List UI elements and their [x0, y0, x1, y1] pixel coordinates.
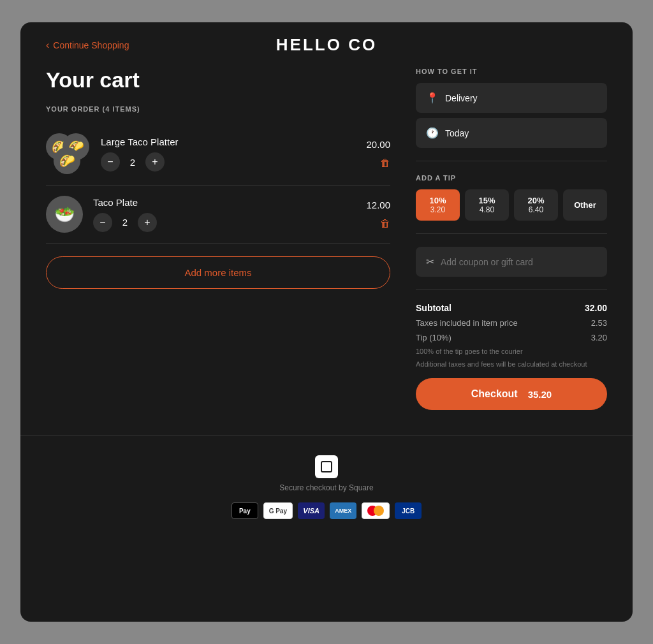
item-2-qty: 2: [120, 217, 130, 228]
tip-20-percent: 20%: [518, 196, 554, 205]
delivery-option[interactable]: 📍 Delivery: [416, 83, 607, 113]
back-chevron-icon: ‹: [46, 40, 49, 51]
how-to-get-it-label: HOW TO GET IT: [416, 68, 607, 75]
item-1-details: Large Taco Platter − 2 +: [101, 136, 356, 172]
header: ‹ Continue Shopping HELLO CO: [20, 22, 633, 68]
item-1-img-c: 🌮: [54, 147, 80, 174]
coupon-input-wrap[interactable]: ✂: [416, 247, 607, 277]
checkout-label: Checkout: [471, 388, 518, 400]
item-1-name: Large Taco Platter: [101, 136, 356, 147]
add-more-button[interactable]: Add more items: [46, 256, 390, 289]
taxes-label: Taxes included in item price: [416, 318, 518, 328]
tip-options: 10% 3.20 15% 4.80 20% 6.40 Other: [416, 189, 607, 221]
tip-other-label: Other: [567, 200, 603, 210]
right-panel: HOW TO GET IT 📍 Delivery 🕐 Today ADD A T…: [416, 68, 607, 410]
time-option[interactable]: 🕐 Today: [416, 118, 607, 148]
item-1-price: 20.00: [366, 139, 390, 150]
subtotal-value: 32.00: [585, 303, 607, 313]
square-logo: [315, 455, 338, 478]
payment-icons: Pay G Pay VISA AMEX JCB: [46, 502, 607, 519]
item-1-images: 🌮 🌮 🌮: [46, 133, 91, 175]
item-1-qty: 2: [128, 157, 138, 168]
tip-10-amount: 3.20: [420, 205, 456, 214]
main-content: Your cart YOUR ORDER (4 ITEMS) 🌮 🌮 🌮 Lar…: [20, 68, 633, 435]
taxes-row: Taxes included in item price 2.53: [416, 318, 607, 328]
tip-15-amount: 4.80: [469, 205, 505, 214]
page-title: Your cart: [46, 68, 390, 92]
cart-item-1: 🌮 🌮 🌮 Large Taco Platter − 2 + 20.00 🗑: [46, 123, 390, 186]
divider-2: [416, 233, 607, 234]
app-container: ‹ Continue Shopping HELLO CO Your cart Y…: [20, 22, 633, 622]
secure-text: Secure checkout by Square: [46, 483, 607, 492]
tip-20-amount: 6.40: [518, 205, 554, 214]
tip-row-value: 3.20: [591, 333, 607, 342]
jcb-icon: JCB: [395, 502, 422, 519]
subtotal-label: Subtotal: [416, 303, 451, 313]
item-2-decrease[interactable]: −: [93, 213, 112, 232]
clock-icon: 🕐: [426, 127, 439, 139]
tip-10-percent: 10%: [420, 196, 456, 205]
order-header: YOUR ORDER (4 ITEMS): [46, 105, 390, 113]
item-2-price: 12.00: [366, 200, 390, 210]
item-2-details: Taco Plate − 2 +: [93, 197, 356, 232]
item-1-decrease[interactable]: −: [101, 152, 120, 172]
coupon-input[interactable]: [441, 257, 597, 267]
divider-3: [416, 289, 607, 290]
tip-btn-15[interactable]: 15% 4.80: [465, 189, 509, 221]
tip-note: 100% of the tip goes to the courier: [416, 348, 607, 355]
tip-btn-20[interactable]: 20% 6.40: [514, 189, 558, 221]
google-pay-icon: G Pay: [263, 502, 293, 519]
visa-icon: VISA: [298, 502, 325, 519]
item-1-right: 20.00 🗑: [366, 139, 390, 169]
tip-row-label: Tip (10%): [416, 333, 451, 342]
item-2-delete[interactable]: 🗑: [380, 218, 390, 230]
mastercard-icon: [362, 502, 390, 519]
item-2-image: 🥗: [46, 196, 83, 233]
delivery-icon: 📍: [426, 92, 439, 104]
item-2-name: Taco Plate: [93, 197, 356, 208]
checkout-button[interactable]: Checkout 35.20: [416, 378, 607, 410]
today-label: Today: [445, 128, 469, 138]
back-link-label: Continue Shopping: [53, 40, 129, 50]
tax-note: Additional taxes and fees will be calcul…: [416, 360, 607, 368]
back-link[interactable]: ‹ Continue Shopping: [46, 40, 129, 51]
left-panel: Your cart YOUR ORDER (4 ITEMS) 🌮 🌮 🌮 Lar…: [46, 68, 390, 410]
brand-title: HELLO CO: [276, 35, 377, 55]
item-1-controls: − 2 +: [101, 152, 356, 172]
delivery-label: Delivery: [445, 93, 478, 103]
tip-section-label: ADD A TIP: [416, 174, 607, 182]
item-2-controls: − 2 +: [93, 213, 356, 232]
subtotal-row: Subtotal 32.00: [416, 303, 607, 313]
tip-row: Tip (10%) 3.20: [416, 333, 607, 342]
footer: Secure checkout by Square Pay G Pay VISA…: [20, 435, 633, 538]
item-2-increase[interactable]: +: [138, 213, 157, 232]
checkout-total: 35.20: [528, 389, 552, 400]
item-2-right: 12.00 🗑: [366, 200, 390, 230]
taxes-value: 2.53: [591, 318, 607, 328]
tip-btn-other[interactable]: Other: [563, 189, 607, 221]
apple-pay-icon: Pay: [231, 502, 258, 519]
cart-item-2: 🥗 Taco Plate − 2 + 12.00 🗑: [46, 186, 390, 244]
divider-1: [416, 161, 607, 161]
tip-15-percent: 15%: [469, 196, 505, 205]
coupon-icon: ✂: [426, 256, 434, 268]
item-1-increase[interactable]: +: [145, 152, 165, 172]
square-icon: [321, 461, 332, 472]
amex-icon: AMEX: [330, 502, 356, 519]
tip-btn-10[interactable]: 10% 3.20: [416, 189, 460, 221]
item-1-delete[interactable]: 🗑: [380, 157, 390, 169]
